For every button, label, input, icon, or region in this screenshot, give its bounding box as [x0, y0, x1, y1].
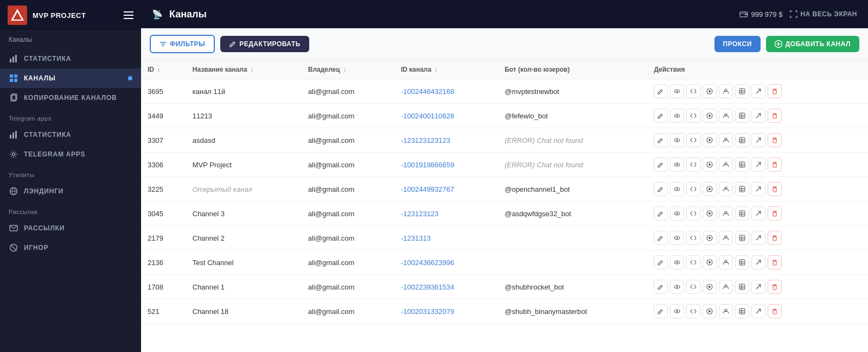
edit-row-button[interactable]: [654, 133, 668, 147]
sidebar-item-ignore[interactable]: ИГНОР: [0, 238, 141, 257]
delete-row-button[interactable]: [768, 109, 782, 123]
user-row-button[interactable]: [719, 84, 733, 98]
share-row-button[interactable]: [751, 109, 765, 123]
circle-row-button[interactable]: [703, 133, 717, 147]
col-channel-id[interactable]: ID канала ↕: [394, 60, 498, 79]
edit-row-button[interactable]: [654, 304, 668, 318]
sidebar-item-mailings[interactable]: РАССЫЛКИ: [0, 218, 141, 238]
proxy-button[interactable]: ПРОКСИ: [714, 36, 761, 52]
sidebar-item-statistics-telegram[interactable]: СТАТИСТИКА: [0, 125, 141, 144]
col-owner[interactable]: Владелец ↕: [302, 60, 394, 79]
code-row-button[interactable]: [686, 206, 700, 221]
cell-channel-id: -1002239361534: [394, 275, 498, 299]
user-row-button[interactable]: [719, 255, 733, 269]
share-row-button[interactable]: [751, 84, 765, 98]
edit-row-button[interactable]: [654, 231, 668, 245]
circle-row-button[interactable]: [703, 158, 717, 172]
circle-row-button[interactable]: [703, 84, 717, 98]
view-row-button[interactable]: [670, 109, 684, 123]
share-row-button[interactable]: [751, 231, 765, 245]
col-id[interactable]: ID ↕: [141, 60, 186, 79]
user-row-button[interactable]: [719, 182, 733, 196]
code-row-button[interactable]: [686, 84, 700, 98]
circle-row-button[interactable]: [703, 182, 717, 196]
code-row-button[interactable]: [686, 133, 700, 147]
view-row-button[interactable]: [670, 158, 684, 172]
circle-row-button[interactable]: [703, 231, 717, 245]
share-row-button[interactable]: [751, 304, 765, 318]
table-row-button[interactable]: [735, 133, 749, 147]
edit-row-button[interactable]: [654, 206, 668, 221]
share-row-button[interactable]: [751, 182, 765, 196]
share-row-button[interactable]: [751, 206, 765, 221]
hamburger-menu[interactable]: [124, 11, 133, 19]
delete-row-button[interactable]: [768, 206, 782, 221]
filter-button[interactable]: ФИЛЬТРЫ: [150, 35, 215, 53]
view-row-button[interactable]: [670, 255, 684, 269]
sidebar-item-channels[interactable]: КАНАЛЫ: [0, 68, 141, 88]
table-row-button[interactable]: [735, 255, 749, 269]
code-row-button[interactable]: [686, 158, 700, 172]
code-row-button[interactable]: [686, 231, 700, 245]
table-row-button[interactable]: [735, 158, 749, 172]
share-row-button[interactable]: [751, 280, 765, 294]
table-row-button[interactable]: [735, 84, 749, 98]
sidebar-item-landings[interactable]: ЛЭНДИНГИ: [0, 181, 141, 201]
edit-row-button[interactable]: [654, 182, 668, 196]
circle-row-button[interactable]: [703, 304, 717, 318]
view-row-button[interactable]: [670, 182, 684, 196]
code-row-button[interactable]: [686, 280, 700, 294]
view-row-button[interactable]: [670, 133, 684, 147]
edit-row-button[interactable]: [654, 109, 668, 123]
col-name[interactable]: Название канала ↕: [186, 60, 302, 79]
edit-button[interactable]: РЕДАКТИРОВАТЬ: [220, 36, 309, 52]
table-row-button[interactable]: [735, 231, 749, 245]
fullscreen-button[interactable]: НА ВЕСЬ ЭКРАН: [790, 10, 857, 18]
user-row-button[interactable]: [719, 280, 733, 294]
delete-row-button[interactable]: [768, 182, 782, 196]
delete-row-button[interactable]: [768, 304, 782, 318]
view-row-button[interactable]: [670, 84, 684, 98]
delete-row-button[interactable]: [768, 231, 782, 245]
user-row-button[interactable]: [719, 109, 733, 123]
table-row-button[interactable]: [735, 109, 749, 123]
sidebar-item-statistics-channels[interactable]: СТАТИСТИКА: [0, 49, 141, 68]
code-row-button[interactable]: [686, 255, 700, 269]
share-row-button[interactable]: [751, 133, 765, 147]
table-row-button[interactable]: [735, 280, 749, 294]
sidebar-item-copy-channels[interactable]: КОПИРОВАНИЕ КАНАЛОВ: [0, 88, 141, 108]
code-row-button[interactable]: [686, 109, 700, 123]
view-row-button[interactable]: [670, 206, 684, 221]
table-row-button[interactable]: [735, 304, 749, 318]
add-channel-button[interactable]: ДОБАВИТЬ КАНАЛ: [766, 36, 859, 52]
share-row-button[interactable]: [751, 255, 765, 269]
edit-row-button[interactable]: [654, 84, 668, 98]
view-row-button[interactable]: [670, 304, 684, 318]
circle-row-button[interactable]: [703, 255, 717, 269]
delete-row-button[interactable]: [768, 158, 782, 172]
user-row-button[interactable]: [719, 158, 733, 172]
delete-row-button[interactable]: [768, 133, 782, 147]
code-row-button[interactable]: [686, 182, 700, 196]
edit-row-button[interactable]: [654, 158, 668, 172]
edit-row-button[interactable]: [654, 255, 668, 269]
code-row-button[interactable]: [686, 304, 700, 318]
view-row-button[interactable]: [670, 231, 684, 245]
table-row-button[interactable]: [735, 206, 749, 221]
toolbar: ФИЛЬТРЫ РЕДАКТИРОВАТЬ ПРОКСИ ДОБАВИТЬ КА…: [141, 28, 868, 60]
sidebar-item-telegram-apps[interactable]: TELEGRAM APPS: [0, 144, 141, 164]
circle-row-button[interactable]: [703, 206, 717, 221]
user-row-button[interactable]: [719, 133, 733, 147]
delete-row-button[interactable]: [768, 280, 782, 294]
delete-row-button[interactable]: [768, 84, 782, 98]
user-row-button[interactable]: [719, 304, 733, 318]
edit-row-button[interactable]: [654, 280, 668, 294]
circle-row-button[interactable]: [703, 280, 717, 294]
user-row-button[interactable]: [719, 231, 733, 245]
table-row-button[interactable]: [735, 182, 749, 196]
delete-row-button[interactable]: [768, 255, 782, 269]
share-row-button[interactable]: [751, 158, 765, 172]
circle-row-button[interactable]: [703, 109, 717, 123]
user-row-button[interactable]: [719, 206, 733, 221]
view-row-button[interactable]: [670, 280, 684, 294]
